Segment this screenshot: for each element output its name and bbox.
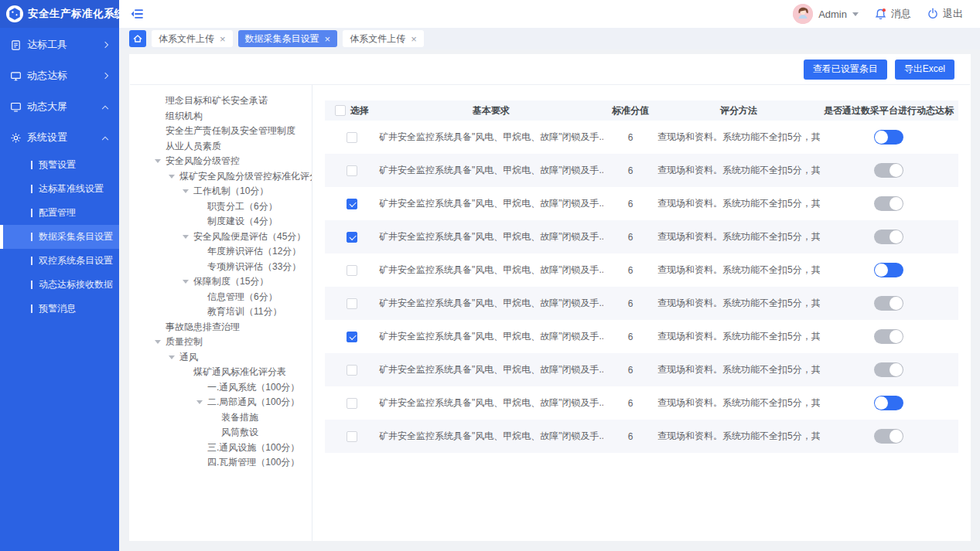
row-checkbox[interactable] [347, 431, 357, 442]
tree-node[interactable]: 教育培训（11分） [155, 304, 309, 320]
tree-node[interactable]: 事故隐患排查治理 [155, 320, 309, 335]
dynamic-standard-toggle[interactable] [874, 263, 903, 277]
dynamic-standard-toggle[interactable] [874, 163, 903, 178]
dynamic-standard-toggle[interactable] [874, 230, 903, 244]
select-all-checkbox[interactable] [335, 105, 346, 116]
sidebar-item-1[interactable]: 达标工具 [0, 29, 119, 60]
tree-node-label: 通风 [179, 351, 198, 364]
sidebar-subitem[interactable]: 达标基准线设置 [0, 177, 119, 201]
row-checkbox[interactable] [347, 298, 357, 309]
sidebar-item-label: 动态达标 [27, 69, 97, 83]
dynamic-standard-toggle[interactable] [874, 362, 903, 377]
tree-expand-icon[interactable] [169, 175, 179, 179]
row-select-cell [325, 332, 379, 342]
tree-node[interactable]: 专项辨识评估（33分） [155, 260, 309, 275]
tree-node[interactable]: 信息管理（6分） [155, 290, 309, 305]
tab-数据采集条目设置[interactable]: 数据采集条目设置× [238, 30, 338, 47]
sidebar-item-3[interactable]: 动态大屏 [0, 91, 119, 122]
tree-node[interactable]: 三.通风设施（100分） [155, 440, 309, 456]
close-tab-icon[interactable]: × [220, 34, 226, 44]
tree-node[interactable]: 质量控制 [155, 335, 309, 350]
tree-expand-icon[interactable] [155, 159, 166, 163]
tree-node-label: 职责分工（6分） [207, 200, 278, 213]
row-checkbox[interactable] [347, 265, 357, 276]
tree-node[interactable]: 工作机制（10分） [155, 184, 309, 199]
tree-node[interactable]: 安全生产责任制及安全管理制度 [155, 124, 309, 139]
dynamic-standard-toggle[interactable] [874, 329, 903, 344]
row-checkbox[interactable] [347, 365, 357, 376]
sidebar-subitem[interactable]: 双控系统条目设置 [0, 249, 119, 273]
sidebar-subitem[interactable]: 预警消息 [0, 297, 119, 321]
sidebar-item-4[interactable]: 系统设置 [0, 122, 119, 153]
table-row: 矿井安全监控系统具备"风电、甲烷电、故障"闭锁及手...6查现场和资料。系统功能… [325, 353, 958, 386]
user-avatar[interactable] [793, 4, 813, 24]
tree-node-label: 风筒敷设 [221, 426, 258, 439]
tree-node[interactable]: 煤矿安全风险分级管控标准化评分表 [155, 169, 309, 185]
export-excel-button[interactable]: 导出Excel [895, 60, 954, 80]
tree-expand-icon[interactable] [169, 355, 179, 359]
tree-node[interactable]: 从业人员素质 [155, 139, 309, 155]
dynamic-standard-toggle[interactable] [874, 296, 903, 311]
header-select-cell: 选择 [325, 104, 379, 117]
tab-体系文件上传[interactable]: 体系文件上传× [152, 30, 233, 47]
dynamic-standard-toggle[interactable] [874, 130, 903, 145]
sidebar-item-2[interactable]: 动态达标 [0, 60, 119, 91]
tree-node[interactable]: 制度建设（4分） [155, 214, 309, 230]
tree-node[interactable]: 四.瓦斯管理（100分） [155, 455, 309, 471]
row-checkbox[interactable] [347, 165, 357, 176]
home-tab-button[interactable] [129, 30, 146, 47]
dynamic-standard-toggle[interactable] [874, 196, 903, 211]
method-cell: 查现场和资料。系统功能不全扣5分，其他不... [657, 131, 820, 144]
tree-node[interactable]: 通风 [155, 350, 309, 366]
tree-node[interactable]: 安全风险便是评估（45分） [155, 230, 309, 245]
dynamic-standard-toggle[interactable] [874, 429, 903, 444]
collapse-sidebar-icon[interactable] [130, 7, 144, 21]
dynamic-standard-toggle[interactable] [874, 396, 903, 410]
tree-node[interactable]: 安全风险分级管控 [155, 154, 309, 169]
sidebar-subitem[interactable]: 配置管理 [0, 201, 119, 225]
tree-node[interactable]: 二.局部通风（100分） [155, 395, 309, 410]
sidebar-subitem[interactable]: 动态达标接收数据 [0, 273, 119, 297]
close-tab-icon[interactable]: × [325, 34, 331, 44]
user-menu[interactable]: Admin [793, 4, 859, 24]
subitem-tick [31, 233, 32, 241]
score-cell: 6 [603, 165, 657, 176]
messages-button[interactable]: 消息 [874, 7, 911, 21]
method-cell: 查现场和资料。系统功能不全扣5分，其他不... [657, 230, 820, 243]
row-checkbox[interactable] [347, 132, 357, 143]
column-header: 是否通过数采平台进行动态达标 [820, 104, 958, 117]
tree-expand-icon[interactable] [183, 280, 193, 284]
row-checkbox[interactable] [347, 398, 357, 409]
row-select-cell [325, 365, 379, 376]
sidebar-item-label: 动态大屏 [27, 100, 97, 114]
tree-expand-icon[interactable] [196, 400, 207, 404]
tree-node[interactable]: 装备措施 [155, 410, 309, 426]
tree-expand-icon[interactable] [155, 340, 166, 344]
table-row: 矿井安全监控系统具备"风电、甲烷电、故障"闭锁及手...6查现场和资料。系统功能… [325, 187, 958, 220]
requirement-cell: 矿井安全监控系统具备"风电、甲烷电、故障"闭锁及手... [379, 363, 603, 376]
logout-button[interactable]: 退出 [927, 7, 963, 21]
tree-node[interactable]: 煤矿通风标准化评分表 [155, 365, 309, 380]
sidebar-subitem[interactable]: 数据采集条目设置 [0, 225, 119, 249]
close-tab-icon[interactable]: × [411, 34, 417, 44]
tree-node[interactable]: 职责分工（6分） [155, 199, 309, 215]
tree-node[interactable]: 保障制度（15分） [155, 274, 309, 290]
row-checkbox[interactable] [347, 332, 357, 342]
tree-node[interactable]: 一.通风系统（100分） [155, 380, 309, 396]
topbar: Admin 消息 [119, 0, 980, 28]
view-set-items-button[interactable]: 查看已设置条目 [804, 60, 887, 80]
sidebar-subitem-label: 达标基准线设置 [39, 182, 104, 196]
tree-node-label: 安全生产责任制及安全管理制度 [166, 124, 295, 138]
tree-node[interactable]: 年度辨识评估（12分） [155, 244, 309, 260]
tree-expand-icon[interactable] [183, 235, 193, 239]
method-cell: 查现场和资料。系统功能不全扣5分，其他不... [657, 264, 820, 277]
row-select-cell [325, 199, 379, 209]
tree-node[interactable]: 组织机构 [155, 109, 309, 124]
row-checkbox[interactable] [347, 199, 357, 209]
sidebar-subitem[interactable]: 预警设置 [0, 153, 119, 177]
tab-体系文件上传[interactable]: 体系文件上传× [343, 30, 424, 47]
tree-node[interactable]: 理念目标和矿长安全承诺 [155, 94, 309, 109]
tree-node[interactable]: 风筒敷设 [155, 425, 309, 440]
tree-expand-icon[interactable] [183, 189, 193, 193]
row-checkbox[interactable] [347, 232, 357, 243]
